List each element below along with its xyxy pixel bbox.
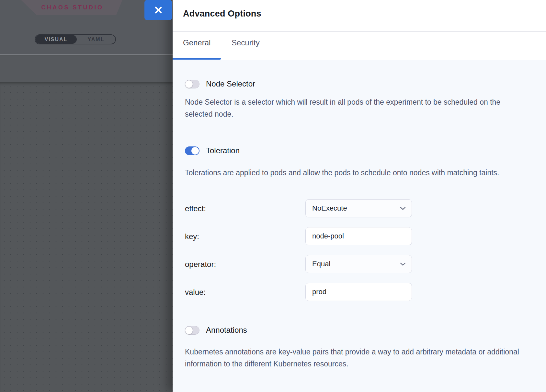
- toleration-toggle[interactable]: [185, 146, 199, 155]
- yaml-tab[interactable]: YAML: [77, 35, 115, 44]
- brand-title: CHAOS STUDIO: [40, 4, 103, 11]
- visual-tab[interactable]: VISUAL: [35, 35, 77, 44]
- active-tab-indicator: [173, 58, 221, 60]
- toggle-knob: [185, 80, 193, 88]
- key-field-label: key:: [185, 232, 199, 241]
- node-selector-description: Node Selector is a selector which will r…: [185, 96, 525, 120]
- toleration-row: Toleration: [185, 146, 240, 155]
- close-icon: [154, 6, 163, 14]
- toleration-description: Tolerations are applied to pods and allo…: [185, 167, 525, 179]
- view-mode-toggle[interactable]: VISUAL YAML: [35, 34, 116, 44]
- chaos-studio-stage: CHAOS STUDIO VISUAL YAML: [0, 0, 173, 392]
- toggle-knob: [191, 147, 199, 155]
- experiment-canvas[interactable]: [0, 82, 173, 392]
- tab-general[interactable]: General: [183, 38, 210, 47]
- toggle-knob: [185, 326, 193, 334]
- close-drawer-button[interactable]: [144, 0, 172, 20]
- stage-toolbar: [0, 56, 173, 82]
- annotations-description: Kubernetes annotations are key-value pai…: [185, 346, 525, 370]
- brand-banner: CHAOS STUDIO: [21, 0, 122, 15]
- chevron-down-icon: [400, 262, 406, 266]
- node-selector-row: Node Selector: [185, 79, 255, 88]
- key-input[interactable]: [305, 227, 412, 245]
- node-selector-label: Node Selector: [206, 79, 255, 88]
- annotations-row: Annotations: [185, 326, 247, 335]
- annotations-toggle[interactable]: [185, 326, 199, 335]
- effect-field-label: effect:: [185, 204, 206, 213]
- operator-selected-value: Equal: [312, 260, 330, 268]
- annotations-label: Annotations: [206, 326, 247, 335]
- operator-field-label: operator:: [185, 260, 216, 269]
- effect-selected-value: NoExecute: [312, 204, 347, 213]
- tab-security[interactable]: Security: [232, 38, 260, 47]
- effect-select[interactable]: NoExecute: [305, 199, 412, 217]
- drawer-title: Advanced Options: [183, 9, 261, 19]
- value-field-label: value:: [185, 288, 206, 297]
- toleration-label: Toleration: [206, 146, 240, 155]
- chevron-down-icon: [400, 207, 406, 210]
- general-tab-panel: Node Selector Node Selector is a selecto…: [173, 60, 546, 392]
- advanced-options-drawer: Advanced Options General Security Node S…: [173, 0, 546, 392]
- node-selector-toggle[interactable]: [185, 80, 199, 88]
- value-input[interactable]: [305, 283, 412, 301]
- drawer-tabbar: General Security: [173, 31, 546, 60]
- operator-select[interactable]: Equal: [305, 255, 412, 273]
